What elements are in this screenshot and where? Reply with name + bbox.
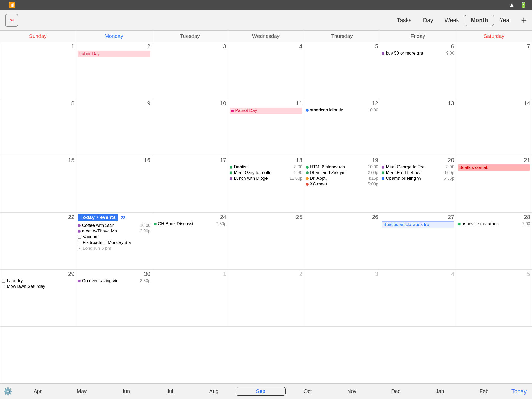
calendar-cell-other-2[interactable]: 2 [228,270,304,327]
calendar-cell-24[interactable]: 24CH Book Discussi7:30p [152,213,228,270]
calendar-header: cal Tasks Day Week Month Year + [0,10,532,31]
event-time: 7:30p [216,222,226,226]
timed-event[interactable]: meet w/Thava Ma2:00p [78,229,150,234]
day-number: 17 [154,157,226,164]
task-item[interactable]: Laundry [2,278,74,283]
month-nav-dec[interactable]: Dec [374,388,418,394]
calendar-cell-14[interactable]: 14 [456,99,532,156]
day-number: 4 [382,271,454,277]
timed-event[interactable]: Dhani and Zak jan2:00p [306,170,378,175]
add-event-button[interactable]: + [521,15,527,26]
timed-event[interactable]: asheville marathon7:00 [458,221,530,227]
timed-event[interactable]: buy 50 or more gra9:00 [382,51,454,56]
calendar-cell-23[interactable]: Today 7 events23Coffee with Stan10:00mee… [76,213,152,270]
calendar-icon[interactable]: cal [5,14,18,27]
calendar-cell-18[interactable]: 18Dentist8:00Meet Gary for coffe9:30Lunc… [228,156,304,213]
calendar-cell-21[interactable]: 21Beatles confab [456,156,532,213]
settings-button[interactable]: ⚙️ [0,384,16,399]
timed-event[interactable]: Meet Gary for coffe9:30 [230,170,302,175]
day-number: 6 [382,43,454,50]
event-time: 2:00p [140,229,150,234]
calendar-cell-2[interactable]: 2Labor Day [76,42,152,99]
task-item[interactable]: Fix treadmill Monday 9 a [78,240,150,245]
month-nav-apr[interactable]: Apr [16,388,60,394]
event-label: Dhani and Zak jan [310,170,367,175]
all-day-event[interactable]: Beatles article week fro [382,221,454,228]
month-nav-oct[interactable]: Oct [286,388,330,394]
event-label: asheville marathon [462,221,521,227]
task-checkbox[interactable] [2,285,5,288]
timed-event[interactable]: Dr. Appt.4:15p [306,176,378,181]
day-number: 12 [306,100,378,107]
calendar-cell-16[interactable]: 16 [76,156,152,213]
calendar-cell-29[interactable]: 29LaundryMow lawn Saturday [0,270,76,327]
calendar-cell-17[interactable]: 17 [152,156,228,213]
month-nav-jul[interactable]: Jul [148,388,192,394]
calendar-cell-12[interactable]: 12american idiot tix 10:00 [304,99,380,156]
year-button[interactable]: Year [494,15,517,26]
calendar-cell-15[interactable]: 15 [0,156,76,213]
month-nav-jun[interactable]: Jun [104,388,148,394]
timed-event[interactable]: Meet George to Pre8:00 [382,164,454,170]
task-item[interactable]: ✓Long run 5 pm [78,246,150,251]
task-checkbox[interactable] [2,279,5,283]
calendar-cell-other-4[interactable]: 4 [380,270,456,327]
task-item[interactable]: Mow lawn Saturday [2,284,74,289]
month-nav-nov[interactable]: Nov [330,388,374,394]
all-day-event[interactable]: Beatles confab [458,164,530,171]
calendar-cell-10[interactable]: 10 [152,99,228,156]
task-item[interactable]: Vacuum [78,234,150,240]
timed-event[interactable]: Obama briefing W5:55p [382,176,454,181]
month-nav-feb[interactable]: Feb [462,388,506,394]
calendar-cell-3[interactable]: 3 [152,42,228,99]
day-number: 10 [154,100,226,107]
calendar-cell-30[interactable]: 30Go over savings/ir3:30p [76,270,152,327]
calendar-cell-9[interactable]: 9 [76,99,152,156]
calendar-cell-other-1[interactable]: 1 [152,270,228,327]
calendar-cell-28[interactable]: 28asheville marathon7:00 [456,213,532,270]
timed-event[interactable]: Coffee with Stan10:00 [78,223,150,228]
timed-event[interactable]: XC meet5:00p [306,182,378,187]
timed-event[interactable]: american idiot tix 10:00 [306,108,378,113]
all-day-event[interactable]: Labor Day [78,51,150,57]
calendar-cell-6[interactable]: 6buy 50 or more gra9:00 [380,42,456,99]
timed-event[interactable]: Dentist8:00 [230,164,302,170]
event-dot [154,223,157,225]
calendar-cell-26[interactable]: 26 [304,213,380,270]
calendar-cell-22[interactable]: 22 [0,213,76,270]
event-time: 5:55p [444,176,454,181]
task-checkbox[interactable] [78,235,81,239]
month-nav-may[interactable]: May [60,388,104,394]
calendar-cell-7[interactable]: 7 [456,42,532,99]
calendar-cell-4[interactable]: 4 [228,42,304,99]
calendar-cell-19[interactable]: 19HTML6 standards10:00Dhani and Zak jan2… [304,156,380,213]
calendar-cell-1[interactable]: 1 [0,42,76,99]
calendar-cell-11[interactable]: 11Patriot Day [228,99,304,156]
calendar-cell-5[interactable]: 5 [304,42,380,99]
task-checkbox[interactable]: ✓ [78,247,81,250]
event-dot [458,223,461,225]
calendar-cell-20[interactable]: 20Meet George to Pre8:00Meet Fred Lebow:… [380,156,456,213]
task-checkbox[interactable] [78,241,81,244]
month-nav-jan[interactable]: Jan [418,388,462,394]
today-button[interactable]: Today [506,388,532,395]
timed-event[interactable]: Meet Fred Lebow:3:00p [382,170,454,175]
month-button[interactable]: Month [465,15,494,26]
timed-event[interactable]: HTML6 standards10:00 [306,164,378,170]
week-button[interactable]: Week [439,15,465,26]
month-nav-aug[interactable]: Aug [192,388,236,394]
timed-event[interactable]: Go over savings/ir3:30p [78,278,150,283]
month-nav-sep[interactable]: Sep [236,387,286,396]
calendar-cell-27[interactable]: 27Beatles article week fro [380,213,456,270]
calendar-cell-25[interactable]: 25 [228,213,304,270]
calendar-cell-other-5[interactable]: 5 [456,270,532,327]
all-day-event[interactable]: Patriot Day [230,108,302,114]
event-dot [306,183,309,186]
calendar-cell-8[interactable]: 8 [0,99,76,156]
calendar-cell-13[interactable]: 13 [380,99,456,156]
day-button[interactable]: Day [417,15,439,26]
timed-event[interactable]: CH Book Discussi7:30p [154,221,226,227]
timed-event[interactable]: Lunch with Dioge12:00p [230,176,302,181]
calendar-cell-other-3[interactable]: 3 [304,270,380,327]
tasks-button[interactable]: Tasks [391,15,417,26]
